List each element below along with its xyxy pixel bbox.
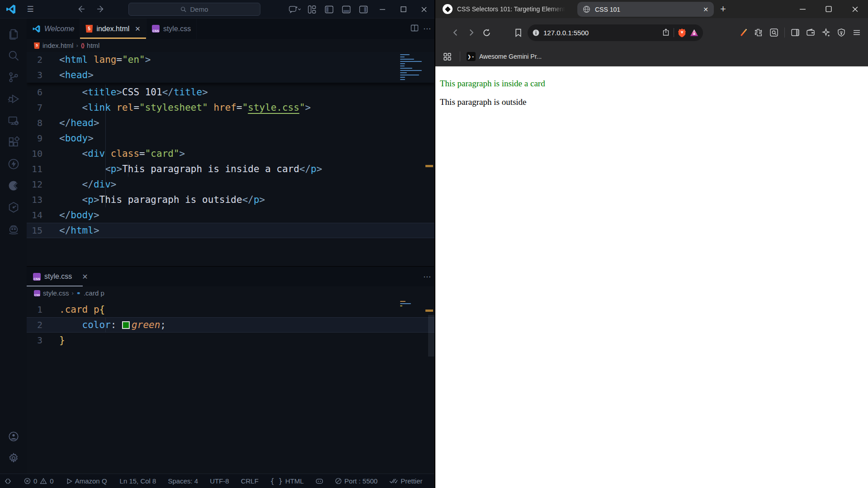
problems-indicator[interactable]: 0 0 [24, 477, 54, 485]
tab-welcome[interactable]: Welcome [27, 19, 80, 39]
scrollbar[interactable] [428, 315, 434, 357]
reload-icon[interactable] [479, 25, 494, 40]
copilot-status-icon[interactable] [316, 478, 323, 484]
more-actions-icon[interactable]: ⋯ [423, 272, 431, 282]
cursor-position[interactable]: Ln 15, Col 8 [120, 477, 156, 485]
bookmark-item[interactable]: ❯⋆ Awesome Gemini Pr... [467, 52, 542, 61]
browser-tab-inactive[interactable]: CSS Selectors 101: Targeting Element [435, 4, 571, 14]
more-actions-icon[interactable]: ⋯ [423, 24, 431, 33]
code-line[interactable]: 13 <p>This paragraph is outside</p> [27, 192, 434, 207]
site-info-icon[interactable] [532, 29, 540, 37]
live-server-icon[interactable] [3, 175, 24, 197]
new-tab-button[interactable]: + [720, 3, 726, 15]
sidebar-toggle-icon[interactable] [788, 25, 803, 40]
vscode-minimize-button[interactable] [372, 0, 393, 19]
settings-gear-icon[interactable] [3, 447, 24, 469]
vscode-close-button[interactable] [414, 0, 434, 19]
source-control-icon[interactable] [3, 66, 24, 88]
code-line[interactable]: 1.card p{ [27, 302, 434, 317]
editor-style-css[interactable]: 1.card p{2 color: green;3} [27, 300, 434, 474]
tab-style-css-bottom[interactable]: CSS style.css ✕ [27, 267, 94, 286]
browser-close-button[interactable] [842, 0, 868, 18]
bat-rewards-icon[interactable] [690, 29, 698, 37]
breadcrumb-file[interactable]: index.html [42, 42, 73, 49]
minimap[interactable] [400, 54, 423, 81]
breadcrumb-node[interactable]: .card p [84, 289, 104, 297]
robot-extension-icon[interactable] [3, 218, 24, 240]
minimap[interactable] [400, 301, 423, 308]
search-page-icon[interactable] [766, 25, 782, 40]
apps-grid-icon[interactable] [441, 49, 453, 64]
eol-sequence[interactable]: CRLF [241, 477, 259, 485]
close-tab-icon[interactable]: ✕ [703, 6, 708, 13]
amazon-q-status[interactable]: Amazon Q [66, 477, 107, 485]
vpn-shield-icon[interactable] [834, 25, 849, 40]
code-line[interactable]: 2<html lang="en"> [27, 52, 434, 67]
browser-minimize-button[interactable] [789, 0, 816, 18]
breadcrumb-css[interactable]: CSS style.css › ⚭ .card p [27, 286, 434, 300]
toggle-panel-icon[interactable] [338, 3, 355, 16]
chevron-right-icon: › [72, 290, 74, 296]
code-line[interactable]: 14</body> [27, 207, 434, 223]
code-line[interactable]: 2 color: green; [27, 317, 434, 333]
split-editor-icon[interactable] [410, 24, 419, 34]
code-line[interactable]: 12 </div> [27, 177, 434, 192]
menu-hamburger-icon[interactable]: ☰ [23, 2, 38, 16]
breadcrumb[interactable]: 5 index.html › ⟨⟩ html [27, 39, 434, 52]
code-line[interactable]: 15</html> [27, 223, 434, 238]
encoding[interactable]: UTF-8 [210, 477, 229, 485]
remote-explorer-icon[interactable] [3, 110, 24, 131]
tab-style-css[interactable]: CSS style.css [146, 19, 197, 39]
browser-maximize-button[interactable] [816, 0, 842, 18]
explorer-icon[interactable] [3, 23, 24, 45]
hexagon-extension-icon[interactable] [3, 197, 24, 218]
breadcrumb-file[interactable]: style.css [43, 289, 69, 297]
nav-forward-icon[interactable] [93, 2, 108, 16]
live-server-port[interactable]: Port : 5500 [335, 477, 377, 485]
remote-indicator[interactable] [5, 478, 11, 484]
search-sidebar-icon[interactable] [3, 45, 24, 66]
customize-layout-icon[interactable] [303, 3, 321, 16]
code-line[interactable]: 10 <div class="card"> [27, 146, 434, 161]
code-line[interactable]: 9<body> [27, 131, 434, 146]
breadcrumb-node[interactable]: html [87, 42, 99, 49]
nav-back-icon[interactable] [73, 2, 89, 16]
browser-menu-icon[interactable] [849, 25, 864, 40]
vscode-maximize-button[interactable] [393, 0, 414, 19]
sparkle-ai-icon[interactable] [818, 25, 834, 40]
code-line[interactable]: 3} [27, 333, 434, 348]
command-search-box[interactable]: Demo [128, 3, 260, 16]
language-mode[interactable]: { } HTML [270, 477, 304, 485]
line-number: 7 [27, 100, 59, 115]
prettier-status[interactable]: Prettier [389, 477, 422, 485]
copilot-chat-icon[interactable] [286, 3, 303, 16]
code-line[interactable]: 7 <link rel="stylesheet" href="style.css… [27, 100, 434, 115]
toggle-sidebar-icon[interactable] [321, 3, 338, 16]
extensions-icon[interactable] [3, 131, 24, 153]
code-line[interactable]: 11 <p>This paragraph is inside a card</p… [27, 161, 434, 177]
close-tab-icon[interactable]: ✕ [82, 272, 88, 281]
bookmark-icon[interactable] [510, 25, 526, 40]
share-icon[interactable] [662, 28, 670, 37]
editor-index-html[interactable]: 2<html lang="en">3<head> 6 <title>CSS 10… [27, 52, 434, 266]
thunder-client-icon[interactable] [3, 153, 24, 175]
browser-tab-active[interactable]: CSS 101 ✕ [577, 2, 714, 17]
wallet-icon[interactable] [803, 25, 818, 40]
account-icon[interactable] [3, 426, 24, 447]
address-bar[interactable]: 127.0.0.1:5500 [528, 24, 703, 41]
browser-forward-icon[interactable] [463, 25, 479, 40]
brave-shields-icon[interactable] [678, 28, 686, 38]
color-swatch-green[interactable] [122, 321, 130, 329]
tab-index-html[interactable]: 5 index.html ✕ [80, 19, 146, 39]
code-line[interactable]: 6 <title>CSS 101</title> [27, 84, 434, 100]
leo-ai-icon[interactable] [736, 25, 751, 40]
indentation[interactable]: Spaces: 4 [168, 477, 198, 485]
toggle-secondary-sidebar-icon[interactable] [355, 3, 372, 16]
extensions-puzzle-icon[interactable] [751, 25, 766, 40]
code-line[interactable]: 3<head> [27, 67, 434, 83]
close-tab-icon[interactable]: ✕ [135, 25, 141, 33]
browser-back-icon[interactable] [448, 25, 463, 40]
run-debug-icon[interactable] [3, 88, 24, 110]
code-line[interactable]: 8</head> [27, 115, 434, 131]
url-text[interactable]: 127.0.0.1:5500 [543, 29, 658, 37]
